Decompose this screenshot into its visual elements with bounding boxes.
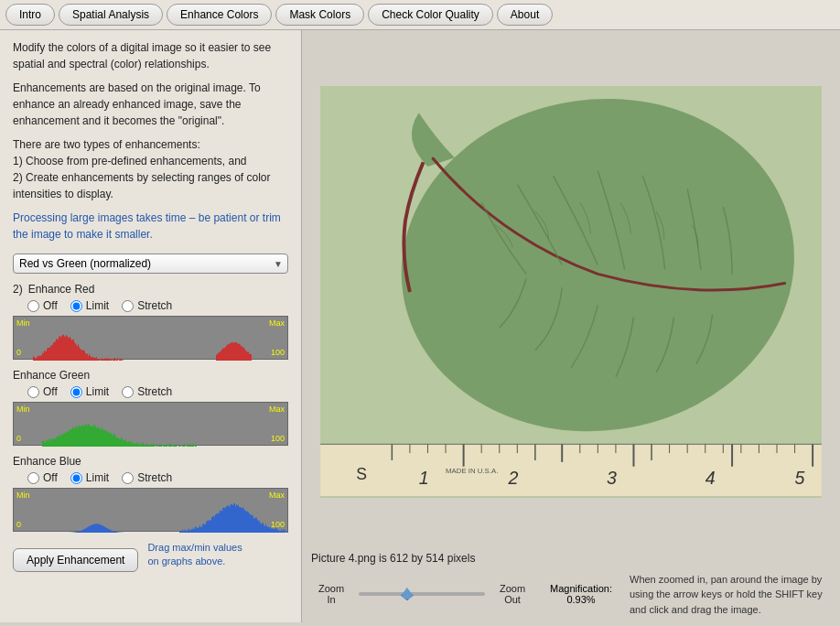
svg-text:1: 1 (419, 468, 429, 488)
apply-enhancement-button[interactable]: Apply Enhancement (13, 548, 138, 572)
magnification-block: Magnification: 0.93% (540, 583, 622, 605)
zoom-controls: Zoom In Zoom Out Magnification: 0.93% Wh… (311, 572, 831, 618)
histogram-red: Min Max 0 100 (13, 316, 288, 360)
processing-notice: Processing large images takes time – be … (13, 210, 288, 243)
enhancement-dropdown-row: Red vs Green (normalized) Red vs Blue (n… (13, 254, 288, 274)
main-layout: Modify the colors of a digital image so … (0, 30, 840, 622)
radio-green-stretch[interactable]: Stretch (122, 385, 172, 398)
leaf-image: S 1 2 3 4 5 MADE IN U.S.A. (315, 86, 827, 498)
channel-blue-section: Enhance Blue Off Limit Stretch Min Max 0… (13, 455, 288, 532)
hist-blue-max-label: Max (269, 491, 285, 500)
svg-rect-1 (320, 444, 822, 496)
channel-green-label-row: Enhance Green (13, 369, 288, 382)
histogram-green: Min Max 0 100 (13, 402, 288, 446)
channel-red-radio-row: Off Limit Stretch (13, 299, 288, 312)
svg-text:5: 5 (795, 468, 805, 488)
hist-green-max-label: Max (269, 405, 285, 414)
hist-red-canvas (14, 331, 288, 361)
bottom-row: Apply Enhancement Drag max/min values on… (13, 541, 288, 580)
radio-blue-off[interactable]: Off (27, 471, 58, 484)
radio-blue-limit[interactable]: Limit (70, 471, 109, 484)
channel-red-num: 2) (13, 283, 23, 296)
magnification-label: Magnification: (550, 583, 612, 594)
tab-about[interactable]: About (497, 4, 553, 26)
tab-intro[interactable]: Intro (5, 4, 55, 26)
channel-red-section: 2) Enhance Red Off Limit Stretch Min Max… (13, 283, 288, 360)
svg-text:4: 4 (705, 468, 716, 488)
select-wrapper: Red vs Green (normalized) Red vs Blue (n… (13, 254, 288, 274)
channel-blue-label-row: Enhance Blue (13, 455, 288, 468)
zoom-slider[interactable] (359, 592, 485, 596)
left-panel: Modify the colors of a digital image so … (0, 30, 302, 622)
tab-enhance-colors[interactable]: Enhance Colors (167, 4, 272, 26)
hist-red-max-label: Max (269, 318, 285, 328)
tab-mask-colors[interactable]: Mask Colors (275, 4, 364, 26)
enhancement-select[interactable]: Red vs Green (normalized) Red vs Blue (n… (13, 254, 288, 274)
nav-bar: Intro Spatial Analysis Enhance Colors Ma… (0, 0, 840, 30)
histogram-blue: Min Max 0 100 (13, 488, 288, 532)
radio-red-off[interactable]: Off (27, 299, 58, 312)
channel-red-label-row: 2) Enhance Red (13, 283, 288, 296)
zoom-out-label: Zoom Out (492, 583, 533, 605)
radio-green-limit[interactable]: Limit (70, 385, 109, 398)
radio-blue-stretch[interactable]: Stretch (122, 471, 172, 484)
channel-red-title: Enhance Red (28, 283, 95, 296)
svg-text:2: 2 (508, 468, 519, 488)
drag-hint: Drag max/min values on graphs above. (147, 541, 242, 569)
radio-red-stretch[interactable]: Stretch (122, 299, 172, 312)
svg-text:MADE IN U.S.A.: MADE IN U.S.A. (446, 466, 498, 474)
pan-hint: When zoomed in, pan around the image by … (630, 572, 831, 618)
channel-blue-radio-row: Off Limit Stretch (13, 471, 288, 484)
image-info: Picture 4.png is 612 by 514 pixels (311, 552, 831, 565)
tab-spatial-analysis[interactable]: Spatial Analysis (59, 4, 163, 26)
description-para2: Enhancements are based on the original i… (13, 80, 288, 129)
radio-red-limit[interactable]: Limit (70, 299, 109, 312)
channel-green-section: Enhance Green Off Limit Stretch Min Max … (13, 369, 288, 446)
hist-blue-canvas (14, 503, 288, 533)
channel-blue-title: Enhance Blue (13, 455, 81, 468)
zoom-in-label: Zoom In (311, 583, 351, 605)
zoom-slider-wrapper (359, 592, 485, 596)
description-para1: Modify the colors of a digital image so … (13, 39, 288, 72)
hist-blue-min-label: Min (16, 491, 30, 500)
channel-green-title: Enhance Green (13, 369, 90, 382)
description-para3: There are two types of enhancements: 1) … (13, 136, 288, 202)
hist-green-min-label: Min (16, 405, 30, 414)
hist-red-min-label: Min (16, 318, 30, 328)
hist-green-canvas (14, 417, 288, 447)
channel-green-radio-row: Off Limit Stretch (13, 385, 288, 398)
image-container: S 1 2 3 4 5 MADE IN U.S.A. (311, 36, 831, 548)
radio-green-off[interactable]: Off (27, 385, 58, 398)
svg-text:S: S (356, 465, 367, 483)
tab-check-color-quality[interactable]: Check Color Quality (368, 4, 493, 26)
magnification-value: 0.93% (566, 594, 595, 605)
svg-text:3: 3 (607, 468, 617, 488)
right-panel: S 1 2 3 4 5 MADE IN U.S.A. (302, 30, 840, 622)
